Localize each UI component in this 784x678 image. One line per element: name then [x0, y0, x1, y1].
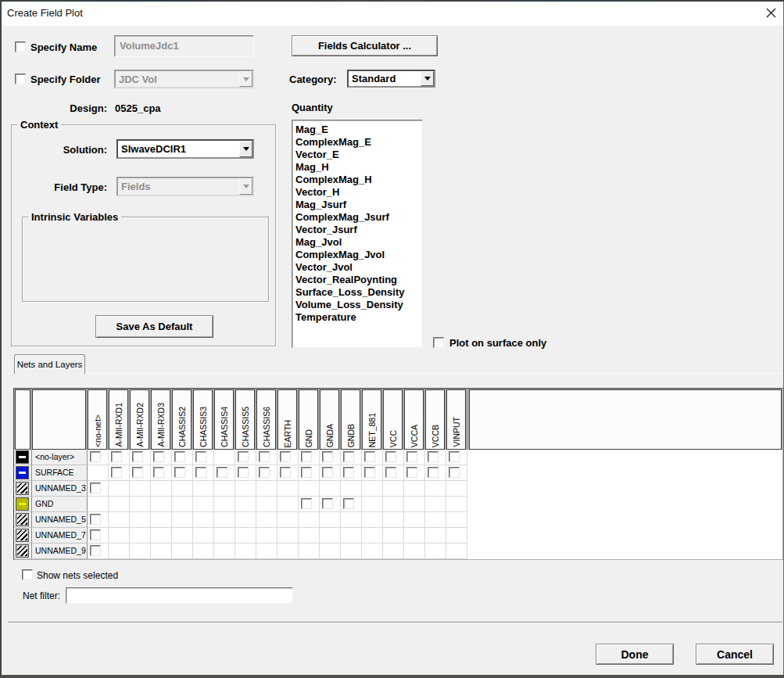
net-layer-checkbox[interactable] [406, 451, 417, 462]
net-column-header[interactable]: A-MII-RXD3 [151, 389, 170, 450]
net-layer-cell[interactable] [446, 543, 467, 559]
net-layer-cell[interactable] [362, 512, 383, 528]
net-layer-cell[interactable] [362, 528, 383, 543]
cancel-button[interactable]: Cancel [696, 644, 774, 665]
net-layer-cell[interactable] [235, 543, 256, 559]
quantity-item[interactable]: Vector_H [292, 186, 422, 199]
net-layer-cell[interactable] [214, 497, 235, 512]
net-layer-cell[interactable] [172, 543, 193, 559]
quantity-item[interactable]: Vector_Jsurf [292, 224, 422, 236]
plot-name-input[interactable]: VolumeJdc1 [114, 35, 254, 57]
layer-row-label[interactable]: UNNAMED_9 [32, 543, 88, 559]
layer-row-label[interactable]: UNNAMED_7 [32, 528, 88, 543]
net-layer-checkbox[interactable] [322, 451, 333, 462]
net-filter-input[interactable] [66, 587, 293, 604]
net-layer-cell[interactable] [446, 528, 467, 543]
net-column-header[interactable]: NET_881 [362, 389, 381, 450]
net-layer-cell[interactable] [256, 543, 277, 559]
net-layer-cell[interactable] [277, 512, 299, 528]
net-layer-cell[interactable] [151, 481, 172, 497]
net-layer-cell[interactable] [256, 450, 277, 465]
net-layer-cell[interactable] [299, 497, 320, 512]
net-layer-checkbox[interactable] [259, 451, 270, 462]
net-layer-checkbox[interactable] [111, 451, 122, 462]
net-layer-cell[interactable] [172, 465, 193, 481]
net-layer-cell[interactable] [88, 543, 109, 559]
net-layer-cell[interactable] [130, 497, 151, 512]
net-layer-cell[interactable] [277, 481, 299, 497]
net-layer-cell[interactable] [151, 497, 172, 512]
net-layer-cell[interactable] [404, 512, 425, 528]
net-layer-checkbox[interactable] [90, 529, 101, 540]
field-type-combo[interactable]: Fields [116, 177, 254, 196]
net-layer-cell[interactable] [151, 528, 172, 543]
net-layer-checkbox[interactable] [111, 467, 122, 478]
net-column-header[interactable]: A-MII-RXD1 [109, 389, 128, 450]
net-layer-checkbox[interactable] [385, 467, 396, 478]
net-layer-cell[interactable] [341, 543, 362, 559]
net-layer-cell[interactable] [277, 497, 299, 512]
net-layer-cell[interactable] [235, 465, 256, 481]
net-layer-cell[interactable] [130, 465, 151, 481]
net-layer-cell[interactable] [383, 465, 404, 481]
net-layer-cell[interactable] [193, 512, 214, 528]
net-layer-cell[interactable] [151, 512, 172, 528]
net-layer-cell[interactable] [130, 543, 151, 559]
net-layer-cell[interactable] [193, 543, 214, 559]
net-layer-cell[interactable] [299, 465, 320, 481]
net-layer-cell[interactable] [404, 465, 425, 481]
net-layer-checkbox[interactable] [343, 467, 354, 478]
net-layer-cell[interactable] [88, 497, 109, 512]
net-layer-cell[interactable] [320, 465, 341, 481]
quantity-item[interactable]: Mag_Jsurf [292, 199, 422, 211]
layer-row-label[interactable]: GND [32, 497, 88, 512]
net-layer-cell[interactable] [109, 450, 130, 465]
net-layer-checkbox[interactable] [259, 467, 270, 478]
net-layer-checkbox[interactable] [322, 467, 333, 478]
net-layer-cell[interactable] [130, 481, 151, 497]
net-column-header[interactable]: CHASSIS5 [235, 389, 255, 450]
net-layer-cell[interactable] [341, 450, 362, 465]
close-icon[interactable] [765, 7, 777, 19]
folder-combo-arrow[interactable] [239, 71, 252, 87]
net-column-header[interactable]: EARTH [277, 389, 297, 450]
net-column-header[interactable]: GNDA [320, 389, 339, 450]
net-layer-cell[interactable] [88, 465, 109, 481]
net-layer-checkbox[interactable] [301, 467, 312, 478]
net-layer-cell[interactable] [193, 481, 214, 497]
net-layer-cell[interactable] [320, 450, 341, 465]
quantity-item[interactable]: ComplexMag_Jvol [292, 249, 422, 261]
quantity-item[interactable]: ComplexMag_Jsurf [292, 211, 422, 224]
net-layer-cell[interactable] [88, 450, 109, 465]
net-column-header[interactable]: GND [299, 389, 318, 450]
net-layer-checkbox[interactable] [174, 467, 185, 478]
net-column-header[interactable]: CHASSIS6 [256, 389, 276, 450]
net-layer-cell[interactable] [404, 450, 425, 465]
net-layer-cell[interactable] [383, 512, 404, 528]
net-layer-cell[interactable] [277, 528, 299, 543]
net-layer-cell[interactable] [425, 481, 446, 497]
net-layer-cell[interactable] [235, 497, 256, 512]
net-column-header[interactable]: VCCA [404, 389, 424, 450]
net-layer-cell[interactable] [256, 465, 277, 481]
net-layer-checkbox[interactable] [195, 451, 206, 462]
plot-on-surface-checkbox[interactable] [433, 337, 444, 348]
net-layer-cell[interactable] [193, 465, 214, 481]
net-layer-cell[interactable] [214, 481, 235, 497]
net-layer-cell[interactable] [277, 465, 299, 481]
net-layer-cell[interactable] [383, 497, 404, 512]
net-layer-cell[interactable] [320, 481, 341, 497]
net-layer-checkbox[interactable] [406, 467, 417, 478]
quantity-item[interactable]: Mag_Jvol [292, 236, 422, 249]
folder-combo[interactable]: JDC Vol [114, 70, 254, 88]
done-button[interactable]: Done [596, 644, 674, 665]
net-layer-cell[interactable] [109, 465, 130, 481]
net-layer-cell[interactable] [214, 528, 235, 543]
net-layer-cell[interactable] [193, 528, 214, 543]
quantity-item[interactable]: Surface_Loss_Density [292, 286, 422, 299]
net-layer-cell[interactable] [404, 481, 425, 497]
net-layer-checkbox[interactable] [301, 498, 312, 509]
net-layer-cell[interactable] [425, 497, 446, 512]
net-layer-cell[interactable] [425, 450, 446, 465]
net-layer-checkbox[interactable] [153, 451, 164, 462]
